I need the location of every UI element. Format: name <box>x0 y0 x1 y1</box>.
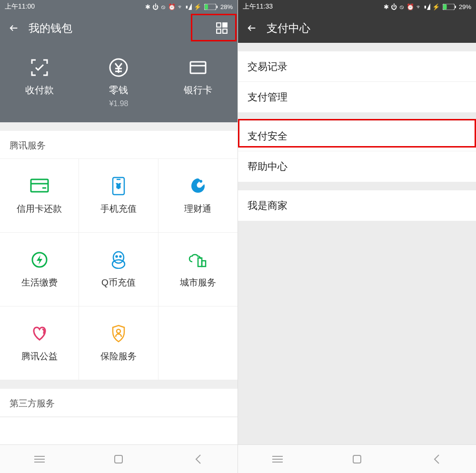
heart-icon <box>30 324 50 344</box>
hero-bank-card[interactable]: 银行卡 <box>169 57 227 108</box>
nav-home-icon[interactable] <box>350 452 364 466</box>
page-title: 支付中心 <box>267 21 310 36</box>
phone-yen-icon: ¥ <box>109 176 129 196</box>
more-grid-icon[interactable] <box>216 22 228 34</box>
row-help-center[interactable]: 帮助中心 <box>238 151 476 182</box>
row-payment-manage[interactable]: 支付管理 <box>238 82 476 112</box>
list-group-2: 支付安全 帮助中心 <box>238 121 476 182</box>
svg-rect-4 <box>223 23 227 27</box>
status-battery: 28% <box>220 3 233 10</box>
svg-rect-3 <box>217 23 221 27</box>
system-navbar <box>0 444 238 473</box>
tencent-services-grid: 信用卡还款 ¥ 手机充值 理财通 生活缴费 Q币充值 城市服务 腾讯公益 保险服 <box>0 159 238 380</box>
back-icon[interactable] <box>9 23 19 33</box>
nav-recent-icon[interactable] <box>270 452 285 466</box>
svg-point-21 <box>119 256 121 257</box>
status-icons: ✱ ⏻ ⦸ ⏰ ᯤ ▮◢ ⚡ <box>145 3 201 10</box>
balance-amount: ¥1.98 <box>109 99 128 108</box>
service-qcoin[interactable]: Q币充值 <box>79 233 158 306</box>
status-time: 上午11:33 <box>243 2 273 11</box>
svg-rect-31 <box>455 6 456 8</box>
scan-check-icon <box>29 57 50 78</box>
nav-back-icon[interactable] <box>429 452 444 466</box>
svg-rect-2 <box>217 6 218 8</box>
hero-row: 收付款 零钱 ¥1.98 银行卡 <box>0 43 238 122</box>
status-right: ✱ ⏻ ⦸ ⏰ ᯤ ▮◢ ⚡ 28% <box>145 3 233 10</box>
credit-card-icon <box>30 176 50 196</box>
service-credit-card[interactable]: 信用卡还款 <box>0 159 79 233</box>
svg-point-24 <box>117 329 120 333</box>
nav-recent-icon[interactable] <box>32 452 47 466</box>
hero-balance[interactable]: 零钱 ¥1.98 <box>90 57 147 108</box>
service-phone-topup[interactable]: ¥ 手机充值 <box>79 159 158 233</box>
shield-person-icon <box>109 324 129 344</box>
status-bar: 上午11:00 ✱ ⏻ ⦸ ⏰ ᯤ ▮◢ ⚡ 28% <box>0 0 238 13</box>
svg-rect-1 <box>205 4 208 10</box>
back-icon[interactable] <box>247 23 257 33</box>
card-icon <box>188 57 208 78</box>
svg-point-16 <box>199 180 202 183</box>
content: 交易记录 支付管理 支付安全 帮助中心 我是商家 <box>238 43 476 444</box>
status-time: 上午11:00 <box>5 2 35 11</box>
list-gap <box>238 43 476 51</box>
header: 支付中心 <box>238 13 476 43</box>
list-group-1: 交易记录 支付管理 <box>238 51 476 112</box>
wallet-screen: 上午11:00 ✱ ⏻ ⦸ ⏰ ᯤ ▮◢ ⚡ 28% 我的钱包 收付款 零钱 ¥… <box>0 0 238 473</box>
row-merchant[interactable]: 我是商家 <box>238 190 476 221</box>
status-right: ✱ ⏻ ⦸ ⏰ ᯤ ▮◢ ⚡ 29% <box>384 3 471 10</box>
svg-rect-5 <box>217 29 221 33</box>
hero-pay-receive[interactable]: 收付款 <box>11 57 68 108</box>
payment-center-screen: 上午11:33 ✱ ⏻ ⦸ ⏰ ᯤ ▮◢ ⚡ 29% 支付中心 交易记录 支付管… <box>238 0 476 473</box>
service-utilities[interactable]: 生活缴费 <box>0 233 79 306</box>
nav-home-icon[interactable] <box>111 452 126 466</box>
row-payment-security[interactable]: 支付安全 <box>238 121 476 151</box>
svg-rect-23 <box>202 261 206 266</box>
header: 我的钱包 <box>0 13 238 43</box>
bolt-circle-icon <box>30 250 50 270</box>
service-wealth[interactable]: 理财通 <box>159 159 238 233</box>
svg-text:¥: ¥ <box>117 182 120 190</box>
row-transactions[interactable]: 交易记录 <box>238 51 476 82</box>
list-gap <box>238 182 476 190</box>
nav-back-icon[interactable] <box>191 452 205 466</box>
svg-point-20 <box>116 256 117 257</box>
svg-rect-30 <box>443 4 447 10</box>
svg-rect-8 <box>190 62 206 73</box>
svg-rect-35 <box>353 455 361 463</box>
list-gap <box>238 112 476 121</box>
third-party-header: 第三方服务 <box>0 389 238 417</box>
wealth-icon <box>188 176 208 196</box>
status-bar: 上午11:33 ✱ ⏻ ⦸ ⏰ ᯤ ▮◢ ⚡ 29% <box>238 0 476 13</box>
section-gap <box>0 122 238 131</box>
svg-point-18 <box>113 252 124 263</box>
qq-penguin-icon <box>109 250 129 270</box>
service-city[interactable]: 城市服务 <box>159 233 238 306</box>
status-battery: 29% <box>459 3 471 10</box>
svg-rect-10 <box>31 179 48 192</box>
status-icons: ✱ ⏻ ⦸ ⏰ ᯤ ▮◢ ⚡ <box>384 3 440 10</box>
list-group-3: 我是商家 <box>238 190 476 221</box>
section-gap <box>0 380 238 389</box>
system-navbar <box>238 444 476 473</box>
third-party-body <box>0 417 238 444</box>
svg-rect-28 <box>115 455 122 463</box>
city-cloud-icon <box>188 250 208 270</box>
page-title: 我的钱包 <box>29 21 72 36</box>
svg-rect-6 <box>223 29 227 33</box>
empty-cell <box>159 306 238 380</box>
svg-point-19 <box>112 260 125 268</box>
tencent-services-header: 腾讯服务 <box>0 131 238 159</box>
service-charity[interactable]: 腾讯公益 <box>0 306 79 380</box>
service-insurance[interactable]: 保险服务 <box>79 306 158 380</box>
yen-circle-icon <box>108 57 129 78</box>
